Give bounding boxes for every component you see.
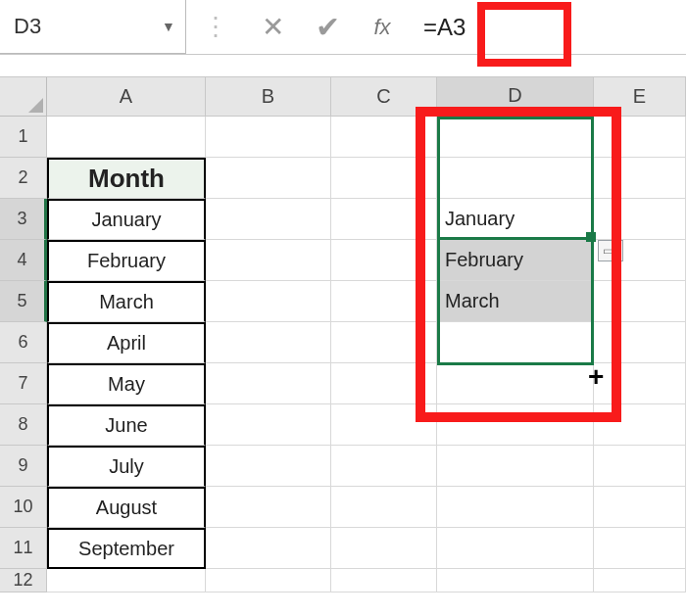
cell-E6[interactable]: [594, 322, 686, 363]
cell-C9[interactable]: [331, 446, 437, 487]
select-all-corner[interactable]: [0, 77, 47, 117]
cell-B5[interactable]: [206, 281, 331, 322]
cell-A9[interactable]: July: [47, 446, 206, 487]
row-header-4[interactable]: 4: [0, 240, 47, 281]
cell-B2[interactable]: [206, 158, 331, 199]
row-12: 12: [0, 569, 686, 592]
name-box[interactable]: D3 ▼: [0, 0, 186, 54]
cell-D9[interactable]: [437, 446, 594, 487]
cell-C5[interactable]: [331, 281, 437, 322]
row-1: 1: [0, 117, 686, 158]
spreadsheet-grid[interactable]: A B C D E 1 2 Month 3 January January 4 …: [0, 76, 686, 616]
row-5: 5 March March: [0, 281, 686, 322]
cell-E11[interactable]: [594, 528, 686, 569]
cancel-formula-button[interactable]: ✕: [245, 0, 300, 54]
col-header-A[interactable]: A: [47, 77, 206, 117]
cell-C6[interactable]: [331, 322, 437, 363]
row-header-10[interactable]: 10: [0, 487, 47, 528]
cell-E7[interactable]: [594, 363, 686, 404]
cell-A12[interactable]: [47, 569, 206, 592]
row-header-6[interactable]: 6: [0, 322, 47, 363]
col-header-C[interactable]: C: [331, 77, 437, 117]
cell-B10[interactable]: [206, 487, 331, 528]
cell-E10[interactable]: [594, 487, 686, 528]
cell-C3[interactable]: [331, 199, 437, 240]
cell-A11[interactable]: September: [47, 528, 206, 569]
cell-B8[interactable]: [206, 404, 331, 446]
cell-C11[interactable]: [331, 528, 437, 569]
cell-B3[interactable]: [206, 199, 331, 240]
row-11: 11 September: [0, 528, 686, 569]
cell-A6[interactable]: April: [47, 322, 206, 363]
cell-C10[interactable]: [331, 487, 437, 528]
cell-B7[interactable]: [206, 363, 331, 404]
row-header-5[interactable]: 5: [0, 281, 47, 322]
cell-A8[interactable]: June: [47, 404, 206, 446]
cell-B1[interactable]: [206, 117, 331, 158]
cell-A10[interactable]: August: [47, 487, 206, 528]
formula-input[interactable]: =A3: [410, 0, 686, 54]
cell-C8[interactable]: [331, 404, 437, 446]
cell-B6[interactable]: [206, 322, 331, 363]
row-4: 4 February February: [0, 240, 686, 281]
cell-D4[interactable]: February: [437, 240, 594, 281]
cell-A1[interactable]: [47, 117, 206, 158]
cell-A7[interactable]: May: [47, 363, 206, 404]
cell-E12[interactable]: [594, 569, 686, 592]
cell-E5[interactable]: [594, 281, 686, 322]
cell-C4[interactable]: [331, 240, 437, 281]
separator-dots-icon: ⋮: [186, 0, 245, 54]
cell-A3[interactable]: January: [47, 199, 206, 240]
row-header-3[interactable]: 3: [0, 199, 47, 240]
row-9: 9 July: [0, 446, 686, 487]
cell-D1[interactable]: [437, 117, 594, 158]
row-header-2[interactable]: 2: [0, 158, 47, 199]
col-header-D[interactable]: D: [437, 77, 594, 117]
cell-E2[interactable]: [594, 158, 686, 199]
formula-bar: D3 ▼ ⋮ ✕ ✔ fx =A3: [0, 0, 686, 55]
row-10: 10 August: [0, 487, 686, 528]
cell-D5[interactable]: March: [437, 281, 594, 322]
cell-B11[interactable]: [206, 528, 331, 569]
cell-C1[interactable]: [331, 117, 437, 158]
row-6: 6 April: [0, 322, 686, 363]
cell-C12[interactable]: [331, 569, 437, 592]
cell-D6[interactable]: [437, 322, 594, 363]
row-header-9[interactable]: 9: [0, 446, 47, 487]
cell-B12[interactable]: [206, 569, 331, 592]
autofill-options-icon[interactable]: ▭₊: [598, 240, 623, 261]
row-header-8[interactable]: 8: [0, 404, 47, 446]
cell-D8[interactable]: [437, 404, 594, 446]
cell-C7[interactable]: [331, 363, 437, 404]
cell-D7[interactable]: [437, 363, 594, 404]
x-icon: ✕: [262, 11, 284, 43]
cell-E1[interactable]: [594, 117, 686, 158]
cell-E8[interactable]: [594, 404, 686, 446]
cell-B9[interactable]: [206, 446, 331, 487]
cell-D10[interactable]: [437, 487, 594, 528]
row-header-11[interactable]: 11: [0, 528, 47, 569]
name-box-dropdown-icon[interactable]: ▼: [152, 19, 185, 34]
cell-E9[interactable]: [594, 446, 686, 487]
row-3: 3 January January: [0, 199, 686, 240]
cell-A2[interactable]: Month: [47, 158, 206, 199]
cell-D2[interactable]: [437, 158, 594, 199]
name-box-value: D3: [0, 14, 152, 39]
row-header-1[interactable]: 1: [0, 117, 47, 158]
row-8: 8 June: [0, 404, 686, 446]
row-header-7[interactable]: 7: [0, 363, 47, 404]
cell-C2[interactable]: [331, 158, 437, 199]
cell-D12[interactable]: [437, 569, 594, 592]
cell-D11[interactable]: [437, 528, 594, 569]
cell-D3[interactable]: January: [437, 199, 594, 240]
col-header-B[interactable]: B: [206, 77, 331, 117]
check-icon: ✔: [316, 10, 340, 44]
confirm-formula-button[interactable]: ✔: [300, 0, 355, 54]
cell-B4[interactable]: [206, 240, 331, 281]
row-header-12[interactable]: 12: [0, 569, 47, 592]
fx-icon[interactable]: fx: [355, 0, 410, 54]
cell-E3[interactable]: [594, 199, 686, 240]
cell-A4[interactable]: February: [47, 240, 206, 281]
cell-A5[interactable]: March: [47, 281, 206, 322]
col-header-E[interactable]: E: [594, 77, 686, 117]
